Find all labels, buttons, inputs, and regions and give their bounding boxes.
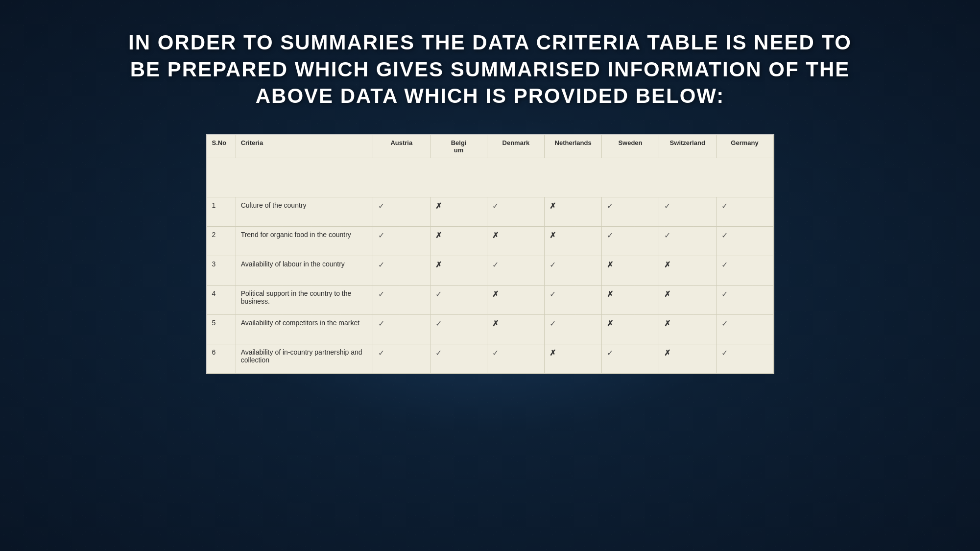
cross-icon: ✗ (607, 319, 613, 328)
cell-0-denmark: ✓ (487, 197, 545, 226)
check-icon: ✓ (550, 319, 556, 328)
table-row: 5Availability of competitors in the mark… (207, 314, 773, 344)
cell-1-no: 2 (207, 226, 236, 256)
check-icon: ✓ (721, 261, 728, 269)
table-row: 6Availability of in-country partnership … (207, 344, 773, 373)
cell-1-switzerland: ✓ (659, 226, 716, 256)
cross-icon: ✗ (550, 349, 556, 357)
cell-3-sweden: ✗ (602, 285, 659, 314)
cell-2-denmark: ✓ (487, 256, 545, 285)
check-icon: ✓ (378, 231, 384, 240)
col-header-austria: Austria (373, 135, 430, 158)
cell-4-austria: ✓ (373, 314, 430, 344)
cell-0-criteria: Culture of the country (236, 197, 373, 226)
cell-5-netherlands: ✗ (545, 344, 602, 373)
cross-icon: ✗ (607, 290, 613, 298)
check-icon: ✓ (607, 202, 613, 210)
check-icon: ✓ (435, 290, 442, 298)
cell-4-switzerland: ✗ (659, 314, 716, 344)
table-header-spacer (207, 158, 773, 197)
check-icon: ✓ (492, 202, 499, 210)
cell-1-criteria: Trend for organic food in the country (236, 226, 373, 256)
col-header-sweden: Sweden (602, 135, 659, 158)
check-icon: ✓ (721, 202, 728, 210)
check-icon: ✓ (664, 231, 670, 240)
col-header-denmark: Denmark (487, 135, 545, 158)
cell-0-belgium: ✗ (430, 197, 487, 226)
cell-3-netherlands: ✓ (545, 285, 602, 314)
check-icon: ✓ (664, 202, 670, 210)
cell-5-no: 6 (207, 344, 236, 373)
cell-4-criteria: Availability of competitors in the marke… (236, 314, 373, 344)
cross-icon: ✗ (435, 202, 442, 210)
cell-3-switzerland: ✗ (659, 285, 716, 314)
check-icon: ✓ (721, 231, 728, 240)
check-icon: ✓ (550, 261, 556, 269)
table-row: 3Availability of labour in the country✓✗… (207, 256, 773, 285)
table-row: 2Trend for organic food in the country✓✗… (207, 226, 773, 256)
col-header-germany: Germany (716, 135, 773, 158)
criteria-table: S.No Criteria Austria Belgium Denmark Ne… (207, 135, 774, 374)
check-icon: ✓ (550, 290, 556, 298)
table-header-row: S.No Criteria Austria Belgium Denmark Ne… (207, 135, 773, 158)
col-header-belgium: Belgium (430, 135, 487, 158)
col-header-sno: S.No (207, 135, 236, 158)
check-icon: ✓ (721, 290, 728, 298)
cell-3-belgium: ✓ (430, 285, 487, 314)
col-header-netherlands: Netherlands (545, 135, 602, 158)
cell-1-germany: ✓ (716, 226, 773, 256)
table-container: S.No Criteria Austria Belgium Denmark Ne… (206, 134, 774, 374)
check-icon: ✓ (721, 319, 728, 328)
cell-0-sweden: ✓ (602, 197, 659, 226)
col-header-criteria: Criteria (236, 135, 373, 158)
cell-0-netherlands: ✗ (545, 197, 602, 226)
cell-5-denmark: ✓ (487, 344, 545, 373)
cell-1-netherlands: ✗ (545, 226, 602, 256)
cell-3-austria: ✓ (373, 285, 430, 314)
check-icon: ✓ (435, 349, 442, 357)
cross-icon: ✗ (435, 261, 442, 269)
cross-icon: ✗ (550, 231, 556, 240)
check-icon: ✓ (492, 261, 499, 269)
cell-3-no: 4 (207, 285, 236, 314)
cross-icon: ✗ (664, 290, 670, 298)
cell-5-criteria: Availability of in-country partnership a… (236, 344, 373, 373)
cell-2-germany: ✓ (716, 256, 773, 285)
cell-5-germany: ✓ (716, 344, 773, 373)
cross-icon: ✗ (664, 261, 670, 269)
cell-0-germany: ✓ (716, 197, 773, 226)
table-row: 4Political support in the country to the… (207, 285, 773, 314)
cell-0-austria: ✓ (373, 197, 430, 226)
cross-icon: ✗ (492, 290, 499, 298)
check-icon: ✓ (435, 319, 442, 328)
cell-1-austria: ✓ (373, 226, 430, 256)
col-header-switzerland: Switzerland (659, 135, 716, 158)
cell-4-germany: ✓ (716, 314, 773, 344)
cell-4-netherlands: ✓ (545, 314, 602, 344)
cross-icon: ✗ (550, 202, 556, 210)
check-icon: ✓ (378, 202, 384, 210)
check-icon: ✓ (721, 349, 728, 357)
cell-3-criteria: Political support in the country to the … (236, 285, 373, 314)
cell-0-no: 1 (207, 197, 236, 226)
check-icon: ✓ (378, 290, 384, 298)
cross-icon: ✗ (664, 349, 670, 357)
cell-2-belgium: ✗ (430, 256, 487, 285)
check-icon: ✓ (607, 231, 613, 240)
cross-icon: ✗ (492, 231, 499, 240)
cell-0-switzerland: ✓ (659, 197, 716, 226)
cross-icon: ✗ (492, 319, 499, 328)
cross-icon: ✗ (435, 231, 442, 240)
cell-1-belgium: ✗ (430, 226, 487, 256)
cell-2-criteria: Availability of labour in the country (236, 256, 373, 285)
check-icon: ✓ (378, 319, 384, 328)
cell-5-belgium: ✓ (430, 344, 487, 373)
cell-4-denmark: ✗ (487, 314, 545, 344)
cell-4-sweden: ✗ (602, 314, 659, 344)
cell-2-no: 3 (207, 256, 236, 285)
check-icon: ✓ (492, 349, 499, 357)
cell-5-switzerland: ✗ (659, 344, 716, 373)
check-icon: ✓ (378, 349, 384, 357)
cell-2-netherlands: ✓ (545, 256, 602, 285)
cross-icon: ✗ (664, 319, 670, 328)
